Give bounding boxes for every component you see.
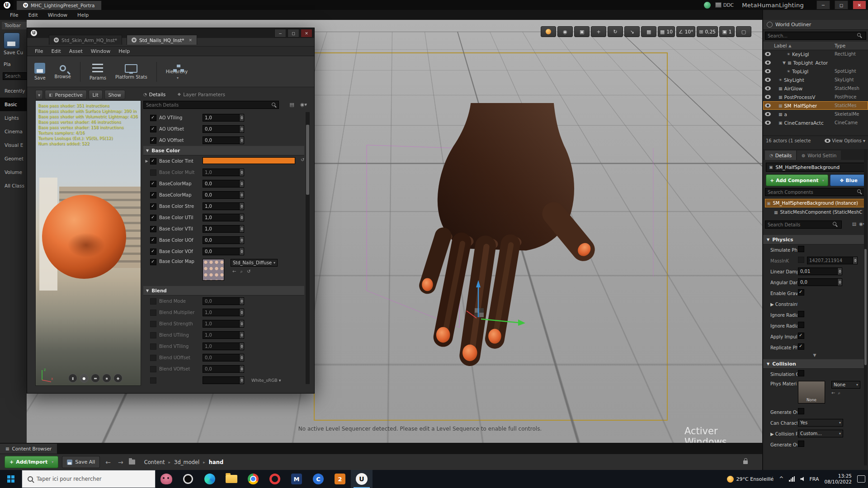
spinner-knob[interactable] (239, 137, 244, 144)
menu-help[interactable]: Help (114, 47, 134, 56)
param-checkbox[interactable] (150, 298, 156, 305)
param-checkbox[interactable] (150, 126, 156, 132)
spin-up-icon[interactable] (241, 171, 243, 172)
list-view-icon[interactable]: ▤ (290, 102, 294, 108)
translate-gizmo[interactable] (461, 273, 538, 336)
param-checkbox[interactable] (150, 169, 156, 176)
value-spinner[interactable]: 1,0 (203, 114, 244, 122)
notification-center-icon[interactable] (857, 475, 865, 483)
param-checkbox[interactable] (150, 377, 156, 384)
realtime-toggle[interactable] (541, 26, 556, 37)
rotate-tool[interactable]: ↻ (608, 26, 623, 37)
value-spinner[interactable]: 1,0 (203, 320, 244, 328)
cube-primitive[interactable]: ▪ (102, 374, 111, 383)
spin-up-icon[interactable] (854, 259, 857, 260)
forward-button[interactable]: → (116, 459, 125, 466)
search-details-input[interactable] (765, 221, 842, 229)
visibility-eye-icon[interactable] (765, 69, 771, 73)
value-spinner[interactable]: 0,0 (203, 236, 244, 244)
value-spinner[interactable]: 1,0 (203, 309, 244, 316)
spinner-knob[interactable] (837, 268, 842, 275)
param-checkbox[interactable] (150, 249, 156, 255)
place-category-lights[interactable]: Lights (0, 111, 27, 125)
spin-up-icon[interactable] (241, 367, 243, 369)
volume-icon[interactable] (800, 477, 804, 481)
value-spinner[interactable]: 1,0 (203, 343, 244, 350)
rotation-snap-toggle[interactable]: ∠10° (676, 26, 696, 37)
taskbar-m-app[interactable]: M (286, 470, 307, 488)
level-tab[interactable]: U MHC_LightingPreset_Portra (16, 0, 102, 10)
network-icon[interactable] (789, 476, 795, 482)
spinner-knob[interactable] (239, 320, 244, 327)
property-checkbox[interactable] (798, 257, 804, 263)
tab-std-nails[interactable]: U Std_Nails_HQ_Inst* ✕ (127, 35, 197, 45)
params-button[interactable]: Params (86, 61, 110, 82)
save-current-icon[interactable] (4, 33, 20, 49)
lock-icon[interactable] (743, 460, 748, 464)
use-selected-icon[interactable]: ← (232, 269, 236, 274)
tab-details[interactable]: ◔Details (765, 150, 796, 160)
breadcrumb-hand[interactable]: hand (209, 459, 223, 465)
spinner-knob[interactable] (239, 354, 244, 361)
hierarchy-button[interactable]: Hierarchy▾ (162, 62, 191, 82)
spin-down-icon[interactable] (241, 369, 243, 371)
section-blend[interactable]: ▼Blend (143, 286, 304, 296)
component-row-instance[interactable]: ▣ SM_HalfSphereBackground (Instance) (765, 199, 867, 207)
value-spinner[interactable]: 1,0 (203, 214, 244, 221)
menu-asset[interactable]: Asset (65, 47, 87, 56)
spin-up-icon[interactable] (241, 345, 243, 346)
value-spinner[interactable]: 0,0 (203, 191, 244, 199)
spin-down-icon[interactable] (241, 335, 243, 337)
expand-icon[interactable]: ▶ (143, 159, 150, 163)
param-checkbox[interactable] (150, 115, 156, 121)
spin-down-icon[interactable] (241, 195, 243, 197)
maximize-viewport-button[interactable]: ▢ (736, 26, 751, 37)
spinner-knob[interactable] (239, 366, 244, 372)
menu-edit[interactable]: Edit (47, 47, 65, 56)
spinner-knob[interactable] (239, 169, 244, 176)
outliner-row-keyligl[interactable]: ☀KeyLiglRectLight (763, 50, 868, 58)
place-category-visual-e[interactable]: Visual E (0, 138, 27, 152)
value-spinner[interactable]: 1,0 (203, 225, 244, 233)
property-checkbox[interactable] (798, 343, 804, 350)
material-scrollbar[interactable] (306, 112, 310, 384)
property-checkbox[interactable] (798, 289, 804, 296)
place-category-volume[interactable]: Volume (0, 165, 27, 179)
weather-widget[interactable]: 29°C Ensoleillé (727, 476, 774, 483)
spin-down-icon[interactable] (241, 240, 243, 242)
property-checkbox[interactable] (798, 408, 804, 414)
property-checkbox[interactable] (798, 333, 804, 339)
asset-select[interactable]: None▾ (831, 381, 860, 389)
tab-std-skin-arm[interactable]: U Std_Skin_Arm_HQ_Inst* (49, 35, 122, 45)
param-checkbox[interactable] (150, 203, 156, 210)
outliner-row-toplight-actor[interactable]: ▼▦TopLight_Actor (763, 58, 868, 67)
spinner-knob[interactable] (853, 257, 857, 264)
property-checkbox[interactable] (798, 311, 804, 317)
close-tab-icon[interactable]: ✕ (189, 38, 193, 42)
taskbar-unreal-engine[interactable]: U (351, 470, 373, 488)
param-checkbox[interactable] (150, 343, 156, 350)
spin-down-icon[interactable] (241, 129, 243, 131)
add-import-button[interactable]: +Add/Import▾ (5, 456, 58, 468)
spinner-knob[interactable] (239, 180, 244, 187)
taskbar-chrome-browser[interactable] (242, 470, 264, 488)
value-spinner[interactable]: 1,0 (203, 169, 244, 176)
param-checkbox[interactable] (150, 137, 156, 144)
edit-blueprint-button[interactable]: ❖Blue (830, 174, 867, 186)
component-row-staticmesh[interactable]: ▦ StaticMeshComponent (StaticMeshC (765, 208, 867, 216)
spin-up-icon[interactable] (241, 356, 243, 357)
visibility-eye-icon[interactable] (765, 103, 771, 108)
save-button[interactable]: Save (31, 61, 49, 82)
param-checkbox[interactable] (150, 237, 156, 244)
spin-down-icon[interactable] (241, 358, 243, 359)
status-icon[interactable] (704, 2, 711, 9)
spin-down-icon[interactable] (854, 261, 857, 262)
taskbar-two-app[interactable]: 2 (329, 470, 351, 488)
spin-down-icon[interactable] (241, 184, 243, 185)
tab-world-settings[interactable]: ◍World Settin (797, 150, 841, 160)
language-indicator[interactable]: FRA (809, 476, 819, 482)
outliner-row-a[interactable]: ▦aSkeletalMe (763, 110, 868, 118)
property-checkbox[interactable] (798, 246, 804, 252)
unreal-logo[interactable]: U (0, 0, 14, 10)
spin-down-icon[interactable] (241, 252, 243, 253)
